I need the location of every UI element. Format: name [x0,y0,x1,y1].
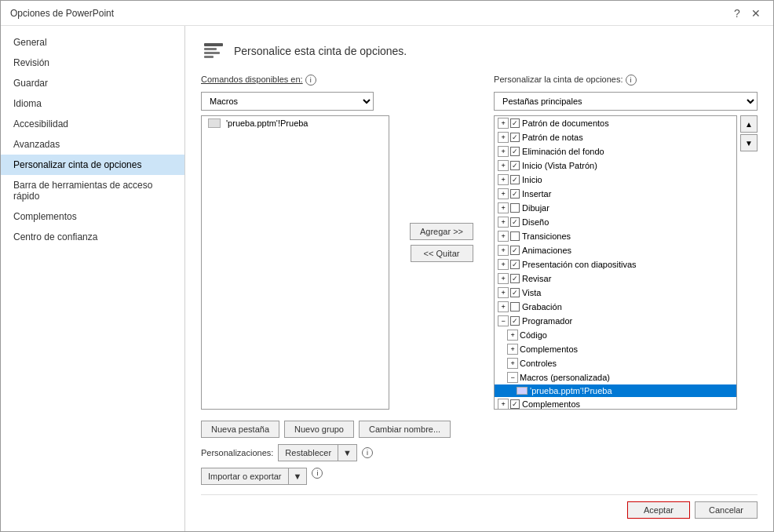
tree-complementos2[interactable]: + Complementos [495,342,736,356]
expand-icon[interactable]: + [498,146,509,157]
checkbox[interactable] [510,203,520,213]
expand-icon[interactable]: + [498,273,509,284]
right-tree-row: + Patrón de documentos + Patrón de notas… [494,115,758,410]
tree-macro-item[interactable]: 'prueba.pptm'!Prueba [495,384,736,397]
expand-icon[interactable]: + [498,217,509,228]
tree-inicio-vista[interactable]: + Inicio (Vista Patrón) [495,159,736,173]
aceptar-button[interactable]: Aceptar [627,501,690,519]
right-dropdown[interactable]: Pestañas principales [494,92,758,111]
importar-button[interactable]: Importar o exportar [201,468,288,485]
cancelar-button[interactable]: Cancelar [695,501,758,519]
importar-arrow[interactable]: ▼ [288,468,308,485]
tree-controles[interactable]: + Controles [495,356,736,370]
checkbox[interactable] [510,260,520,269]
tree-eliminacion[interactable]: + Eliminación del fondo [495,144,736,159]
expand-icon[interactable]: + [498,132,509,143]
right-col-tree[interactable]: + Patrón de documentos + Patrón de notas… [494,115,737,410]
nueva-pestana-button[interactable]: Nueva pestaña [201,421,279,438]
sidebar-item-general[interactable]: General [1,32,184,53]
nuevo-grupo-button[interactable]: Nuevo grupo [284,421,354,438]
expand-icon[interactable]: + [498,287,509,298]
scroll-down-button[interactable]: ▼ [740,134,758,151]
expand-icon[interactable]: + [498,399,509,410]
expand-icon[interactable]: + [507,344,518,355]
sidebar-item-accesibilidad[interactable]: Accesibilidad [1,114,184,134]
tree-grabacion[interactable]: + Grabación [495,300,736,314]
expand-icon[interactable]: + [498,202,509,213]
add-button[interactable]: Agregar >> [410,223,473,240]
expand-icon[interactable]: + [498,301,509,312]
sidebar-item-avanzadas[interactable]: Avanzadas [1,134,184,155]
checkbox[interactable] [510,133,520,142]
tree-codigo[interactable]: + Código [495,328,736,342]
restablecer-dropdown: Restablecer ▼ [278,444,357,461]
tree-complementos3[interactable]: + Complementos [495,397,736,410]
scroll-up-button[interactable]: ▲ [740,115,758,133]
checkbox[interactable] [510,147,520,156]
sidebar-item-barra[interactable]: Barra de herramientas de acceso rápido [1,175,184,206]
personalizaciones-info-icon: i [362,447,373,458]
left-dropdown[interactable]: Macros [201,92,374,111]
two-column: Comandos disponibles en: i Macros 'prueb… [201,75,758,410]
expand-icon[interactable]: + [507,358,518,369]
checkbox[interactable] [510,399,520,409]
checkbox[interactable] [510,288,520,297]
tree-patron-notas[interactable]: + Patrón de notas [495,130,736,144]
sidebar-item-guardar[interactable]: Guardar [1,73,184,93]
tree-diseno[interactable]: + Diseño [495,215,736,229]
sidebar-item-centro[interactable]: Centro de confianza [1,227,184,247]
tree-revisar[interactable]: + Revisar [495,271,736,286]
expand-icon[interactable]: + [498,259,509,270]
tree-inicio[interactable]: + Inicio [495,173,736,187]
checkbox[interactable] [510,189,520,199]
tree-animaciones[interactable]: + Animaciones [495,243,736,257]
title-bar-left: Opciones de PowerPoint [10,8,114,19]
remove-button[interactable]: << Quitar [411,245,473,262]
tree-patron-doc[interactable]: + Patrón de documentos [495,116,736,130]
tree-dibujar[interactable]: + Dibujar [495,201,736,215]
expand-icon[interactable]: + [498,245,509,256]
left-col-label: Comandos disponibles en: i [201,75,389,86]
right-dropdown-row: Pestañas principales [494,92,758,111]
left-list[interactable]: 'prueba.pptm'!Prueba [201,115,389,410]
expand-icon[interactable]: + [498,174,509,185]
importar-info-icon: i [312,468,323,479]
expand-icon[interactable]: + [498,231,509,242]
tree-presentacion[interactable]: + Presentación con diapositivas [495,257,736,271]
restablecer-button[interactable]: Restablecer [278,444,338,461]
sidebar-item-revision[interactable]: Revisión [1,53,184,73]
tree-macros-custom[interactable]: − Macros (personalizada) [495,370,736,384]
expand-icon[interactable]: + [498,160,509,171]
collapse-icon[interactable]: − [498,315,509,326]
help-button[interactable]: ? [729,5,745,21]
cambiar-nombre-button[interactable]: Cambiar nombre... [359,421,451,438]
checkbox[interactable] [510,161,520,170]
tree-programador[interactable]: − Programador [495,314,736,328]
restablecer-arrow[interactable]: ▼ [338,444,357,461]
collapse-icon[interactable]: − [507,372,518,383]
tree-insertar[interactable]: + Insertar [495,187,736,201]
tree-vista[interactable]: + Vista [495,286,736,300]
checkbox[interactable] [510,118,520,128]
right-col: Personalizar la cinta de opciones: i Pes… [494,75,758,410]
expand-icon[interactable]: + [507,330,518,341]
checkbox[interactable] [510,246,520,255]
title-bar: Opciones de PowerPoint ? ✕ [1,1,773,26]
sidebar: General Revisión Guardar Idioma Accesibi… [1,26,185,531]
svg-rect-2 [204,52,220,54]
checkbox[interactable] [510,302,520,312]
bottom-buttons: Nueva pestaña Nuevo grupo Cambiar nombre… [201,417,758,519]
expand-icon[interactable]: + [498,118,509,129]
checkbox[interactable] [510,316,520,326]
expand-icon[interactable]: + [498,188,509,199]
list-item-macro1[interactable]: 'prueba.pptm'!Prueba [202,116,389,130]
close-button[interactable]: ✕ [748,5,764,21]
checkbox[interactable] [510,175,520,184]
checkbox[interactable] [510,231,520,241]
checkbox[interactable] [510,217,520,227]
sidebar-item-complementos[interactable]: Complementos [1,206,184,227]
checkbox[interactable] [510,274,520,283]
sidebar-item-idioma[interactable]: Idioma [1,93,184,114]
sidebar-item-personalizar[interactable]: Personalizar cinta de opciones [1,155,184,175]
tree-transiciones[interactable]: + Transiciones [495,229,736,243]
